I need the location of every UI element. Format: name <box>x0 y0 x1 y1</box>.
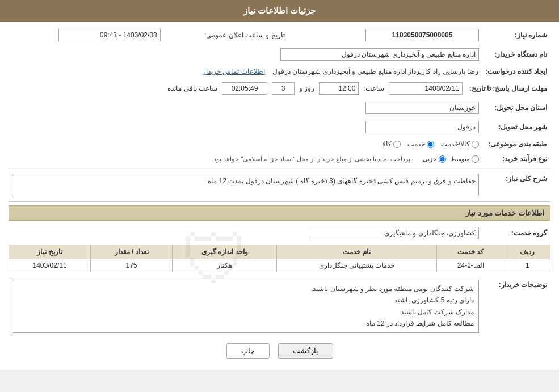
cat-kala-khedmat-radio[interactable] <box>472 141 479 148</box>
send-remain-label: ساعت باقی مانده <box>167 85 217 92</box>
type-motavaset-radio[interactable] <box>472 155 479 163</box>
city-label: شهر محل تحویل: <box>482 119 550 135</box>
buyer-note-line: دارای رتبه 5 کشاورزی باشند <box>17 294 474 306</box>
send-remain: 02:05:49 <box>222 82 267 95</box>
send-date: 1403/02/11 <box>389 82 463 95</box>
need-number-value: 1103050075000005 <box>365 29 479 41</box>
back-button[interactable]: بازگشت <box>278 343 333 359</box>
buyer-note-line: مطالعه کامل شرایط قرارداد در 12 ماه <box>17 318 474 329</box>
cat-kala-khedmat-option[interactable]: کالا/خدمت <box>441 140 479 148</box>
need-number-label: شماره نیاز: <box>482 27 550 43</box>
col-code: کد خدمت <box>436 245 505 259</box>
type-motavaset-option[interactable]: متوسط <box>451 155 479 163</box>
cat-khedmat-option[interactable]: خدمت <box>407 140 434 148</box>
send-day-label: روز و <box>299 85 314 92</box>
cell-name: خدمات پشتیبانی جنگل‌داری <box>277 259 437 272</box>
type-note: پرداخت تمام یا بخشی از مبلغ خریدار از مح… <box>212 155 410 163</box>
col-name: نام خدمت <box>277 245 437 259</box>
buttons-row: بازگشت چاپ <box>9 343 550 359</box>
cell-date: 1403/02/11 <box>9 259 91 272</box>
services-section-title: اطلاعات خدمات مورد نیاز <box>9 205 550 221</box>
service-group-value: کشاورزی، جنگلداری و ماهیگیری <box>309 227 479 239</box>
cat-kala-khedmat-label: کالا/خدمت <box>441 140 470 148</box>
print-button[interactable]: چاپ <box>226 343 270 359</box>
purchase-type-label: نوع فرآیند خرید: <box>482 153 550 165</box>
announce-label: تاریخ و ساعت اعلان عمومی: <box>204 31 285 39</box>
type-jozyi-radio[interactable] <box>439 155 446 163</box>
type-jozyi-option[interactable]: جزیی <box>423 155 446 163</box>
contact-link[interactable]: اطلاعات تماس خریدار <box>203 68 265 75</box>
send-deadline-label: مهلت ارسال پاسخ: تا تاریخ: <box>466 81 550 96</box>
creator-label: ایجاد کننده درخواست: <box>482 66 550 77</box>
city-value: دزفول <box>365 121 479 133</box>
cell-unit: هکتار <box>172 259 276 272</box>
cat-kala-radio[interactable] <box>393 141 401 148</box>
table-row: 1الف-2-24خدمات پشتیبانی جنگل‌داریهکتار17… <box>9 259 550 272</box>
province-value: خوزستان <box>365 102 479 114</box>
province-label: استان محل تحویل: <box>482 100 550 116</box>
cell-quantity: 175 <box>91 259 173 272</box>
type-jozyi-label: جزیی <box>423 155 437 163</box>
cat-kala-option[interactable]: کالا <box>382 140 401 148</box>
description-label: شرح کلی نیاز: <box>482 172 550 198</box>
buyer-note-line: شرکت کنندگان بومی منطقه مورد نظر و شهرست… <box>17 283 474 294</box>
page-title: جزئیات اطلاعات نیاز <box>243 6 316 15</box>
creator-value: رضا پارسایی راد کاربرداز اداره منابع طبی… <box>272 68 478 75</box>
send-time: 12:00 <box>319 82 359 95</box>
send-time-label: ساعت: <box>363 85 384 92</box>
buyer-notes-content: شرکت کنندگان بومی منطقه مورد نظر و شهرست… <box>12 280 479 333</box>
type-motavaset-label: متوسط <box>451 155 470 163</box>
buyer-note-line: مدارک شرکت کامل باشند <box>17 306 474 318</box>
cell-row: 1 <box>505 259 550 272</box>
cat-kala-label: کالا <box>382 140 392 148</box>
service-group-label: گروه خدمت: <box>482 225 550 241</box>
announce-value: 1403/02/08 - 09:43 <box>58 29 161 41</box>
category-label: طبقه بندی موضوعی: <box>482 138 550 150</box>
cat-khedmat-radio[interactable] <box>427 141 434 148</box>
col-row: ردیف <box>505 245 550 259</box>
services-table: ردیف کد خدمت نام خدمت واحد اندازه گیری ت… <box>9 245 550 272</box>
buyer-notes-label: توضیحات خریدار: <box>482 278 550 335</box>
send-days: 3 <box>272 82 295 95</box>
cell-code: الف-2-24 <box>436 259 505 272</box>
buyer-name-value: اداره منابع طبیعی و آبخیزداری شهرستان دز… <box>280 48 479 61</box>
cat-khedmat-label: خدمت <box>407 140 425 148</box>
buyer-name-label: نام دستگاه خریدار: <box>482 47 550 62</box>
page-header: جزئیات اطلاعات نیاز <box>0 0 559 22</box>
col-unit: واحد اندازه گیری <box>172 245 276 259</box>
col-date: تاریخ نیاز <box>9 245 91 259</box>
description-value: حفاظت و فرق و ترمیم فنس کشی ذخیره گاههای… <box>12 174 479 196</box>
col-quantity: تعداد / مقدار <box>91 245 173 259</box>
